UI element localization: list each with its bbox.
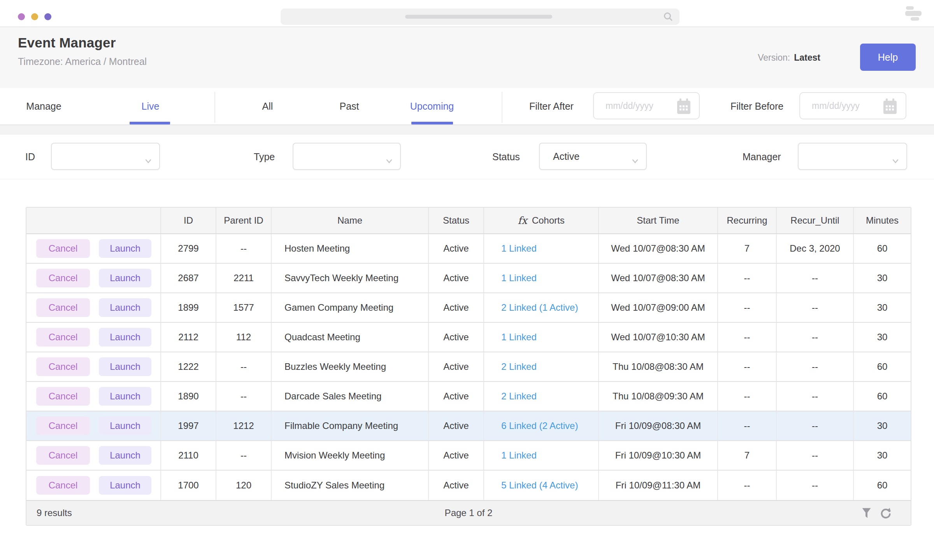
launch-button[interactable]: Launch (99, 269, 151, 287)
cohorts-link[interactable]: 1 Linked (501, 332, 537, 343)
browser-menu-icon[interactable] (905, 6, 922, 21)
tab-past[interactable]: Past (321, 88, 377, 124)
tab-upcoming-active-indicator (411, 122, 453, 124)
launch-button[interactable]: Launch (99, 476, 151, 495)
cohorts-link[interactable]: 2 Linked (501, 361, 537, 372)
launch-button[interactable]: Launch (99, 298, 151, 317)
version-value: Latest (794, 52, 820, 63)
table-row[interactable]: CancelLaunch26872211SavvyTech Weekly Mee… (26, 264, 911, 293)
launch-button[interactable]: Launch (99, 357, 151, 376)
page-indicator: Page 1 of 2 (445, 508, 493, 518)
status-filter-label: Status (492, 135, 520, 179)
window-control-dot[interactable] (18, 13, 25, 20)
cell-cohorts: 1 Linked (484, 264, 599, 292)
cancel-button[interactable]: Cancel (36, 476, 90, 495)
tab-upcoming[interactable]: Upcoming (399, 88, 465, 124)
cell-actions: CancelLaunch (26, 234, 161, 263)
cell-parent: -- (216, 382, 272, 411)
cell-until: -- (777, 411, 854, 440)
table-row[interactable]: CancelLaunch1890--Darcade Sales MeetingA… (26, 382, 911, 411)
cell-parent: 1577 (216, 293, 272, 322)
cell-until: -- (777, 441, 854, 470)
refresh-icon[interactable] (880, 508, 891, 519)
cell-status: Active (429, 323, 484, 352)
cell-cohorts: 1 Linked (484, 441, 599, 470)
launch-button[interactable]: Launch (99, 416, 151, 435)
cell-status: Active (429, 441, 484, 470)
cohorts-link[interactable]: 1 Linked (501, 273, 537, 284)
table-header-row: IDParent IDNameStatusfxCohortsStart Time… (26, 208, 911, 234)
browser-address-bar[interactable] (281, 9, 679, 25)
tab-manage[interactable]: Manage (16, 88, 72, 124)
filter-icon[interactable] (862, 508, 871, 519)
table-row[interactable]: CancelLaunch19971212Filmable Company Mee… (26, 411, 911, 441)
column-header-minutes: Minutes (854, 208, 911, 233)
table-row[interactable]: CancelLaunch2799--Hosten MeetingActive1 … (26, 234, 911, 264)
cell-actions: CancelLaunch (26, 382, 161, 411)
id-filter-label: ID (25, 135, 35, 179)
cell-status: Active (429, 264, 484, 292)
chevron-down-icon (145, 154, 151, 166)
cell-until: Dec 3, 2020 (777, 234, 854, 263)
cell-status: Active (429, 234, 484, 263)
help-button[interactable]: Help (860, 44, 916, 71)
cohorts-link[interactable]: 1 Linked (501, 243, 537, 254)
calendar-icon[interactable] (676, 98, 691, 116)
menu-bar (906, 6, 914, 10)
cancel-button[interactable]: Cancel (36, 416, 90, 435)
type-filter-select[interactable] (293, 143, 401, 170)
table-row[interactable]: CancelLaunch18991577Gamen Company Meetin… (26, 293, 911, 323)
cohorts-link[interactable]: 1 Linked (501, 450, 537, 461)
manager-filter-select[interactable] (798, 143, 907, 170)
cell-name: SavvyTech Weekly Meeting (272, 264, 429, 292)
cell-start: Wed 10/07@08:30 AM (599, 264, 718, 292)
launch-button[interactable]: Launch (99, 446, 151, 465)
table-row[interactable]: CancelLaunch1222--Buzzles Weekly Meeting… (26, 352, 911, 382)
cancel-button[interactable]: Cancel (36, 298, 90, 317)
cell-name: Gamen Company Meeting (272, 293, 429, 322)
window-control-dot[interactable] (31, 13, 38, 20)
table-row[interactable]: CancelLaunch2110--Mvision Weekly Meeting… (26, 441, 911, 471)
tab-divider (502, 92, 502, 123)
cancel-button[interactable]: Cancel (36, 269, 90, 287)
cancel-button[interactable]: Cancel (36, 328, 90, 346)
launch-button[interactable]: Launch (99, 239, 151, 258)
cell-name: Mvision Weekly Meeting (272, 441, 429, 470)
cell-status: Active (429, 293, 484, 322)
tab-live[interactable]: Live (122, 88, 179, 124)
footer-icons (862, 501, 891, 526)
table-row[interactable]: CancelLaunch1700120StudioZY Sales Meetin… (26, 471, 911, 500)
cell-id: 2687 (161, 264, 216, 292)
id-filter-select[interactable] (51, 143, 160, 170)
browser-chrome (0, 0, 934, 27)
cell-parent: -- (216, 234, 272, 263)
cohorts-link[interactable]: 2 Linked (1 Active) (501, 302, 578, 313)
cohorts-link[interactable]: 2 Linked (501, 391, 537, 402)
cancel-button[interactable]: Cancel (36, 239, 90, 258)
cell-cohorts: 2 Linked (484, 352, 599, 381)
window-control-dot[interactable] (44, 13, 51, 20)
cell-minutes: 60 (854, 471, 911, 500)
column-header-cohorts: fxCohorts (484, 208, 599, 233)
cell-id: 1700 (161, 471, 216, 500)
filter-after-label: Filter After (529, 88, 574, 124)
status-filter-select[interactable]: Active (539, 143, 647, 170)
cell-cohorts: 1 Linked (484, 323, 599, 352)
cell-name: Filmable Company Meeting (272, 411, 429, 440)
search-icon[interactable] (663, 12, 673, 23)
cell-start: Wed 10/07@10:30 AM (599, 323, 718, 352)
calendar-icon[interactable] (883, 98, 897, 116)
tab-all[interactable]: All (239, 88, 296, 124)
cell-name: Buzzles Weekly Meeting (272, 352, 429, 381)
cancel-button[interactable]: Cancel (36, 357, 90, 376)
cancel-button[interactable]: Cancel (36, 446, 90, 465)
column-header-actions (26, 208, 161, 233)
table-row[interactable]: CancelLaunch2112112Quadcast MeetingActiv… (26, 323, 911, 352)
launch-button[interactable]: Launch (99, 387, 151, 406)
launch-button[interactable]: Launch (99, 328, 151, 346)
cohorts-link[interactable]: 6 Linked (2 Active) (501, 420, 578, 431)
cell-parent: -- (216, 441, 272, 470)
chevron-down-icon (892, 154, 899, 166)
cohorts-link[interactable]: 5 Linked (4 Active) (501, 480, 578, 491)
cancel-button[interactable]: Cancel (36, 387, 90, 406)
